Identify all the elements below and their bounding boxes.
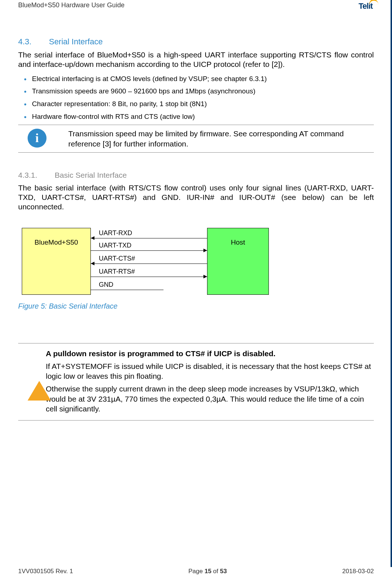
- doc-title: BlueMod+S50 Hardware User Guide: [18, 1, 125, 9]
- footer-date: 2018-03-02: [342, 568, 374, 575]
- figure-caption: Figure 5: Basic Serial Interface: [18, 302, 374, 310]
- info-note-text: Transmission speed may be limited by fir…: [68, 129, 372, 149]
- signal-line: [91, 264, 207, 264]
- page-footer: 1VV0301505 Rev. 1 Page 15 of 53 2018-03-…: [18, 568, 374, 575]
- serial-interface-diagram: BlueMod+S50 Host UART-RXD UART-TXD UART-…: [18, 223, 272, 299]
- subsection-number: 4.3.1.: [18, 171, 37, 180]
- subsection-heading: 4.3.1. Basic Serial Interface: [18, 171, 374, 180]
- warning-note: ! A pulldown resistor is programmed to C…: [18, 343, 374, 421]
- section-number: 4.3.: [18, 37, 32, 47]
- signal-line: [91, 290, 163, 290]
- warning-paragraph: If AT+SYSTEMOFF is issued while UICP is …: [46, 361, 372, 381]
- footer-page-number: Page 15 of 53: [189, 568, 227, 575]
- arrow-right-icon: [203, 275, 207, 278]
- subsection-title: Basic Serial Interface: [55, 171, 127, 180]
- arrow-left-icon: [91, 262, 94, 265]
- bullet-item: Hardware flow-control with RTS and CTS (…: [32, 112, 374, 121]
- signal-line: [91, 250, 207, 251]
- diagram-host-label: Host: [231, 238, 245, 246]
- diagram-module-label: BlueMod+S50: [35, 238, 78, 246]
- warning-heading: A pulldown resistor is programmed to CTS…: [46, 349, 372, 358]
- signal-label: GND: [99, 281, 113, 289]
- subsection-paragraph: The basic serial interface (with RTS/CTS…: [18, 183, 374, 212]
- signal-label: UART-TXD: [99, 242, 132, 249]
- info-icon: i: [28, 129, 47, 148]
- arrow-right-icon: [203, 249, 207, 252]
- section-heading: 4.3. Serial Interface: [18, 37, 374, 47]
- signal-line: [91, 238, 207, 239]
- warning-text: A pulldown resistor is programmed to CTS…: [46, 349, 372, 414]
- signal-label: UART-RTS#: [99, 268, 135, 276]
- info-note: i Transmission speed may be limited by f…: [18, 125, 374, 153]
- diagram-module-box: BlueMod+S50: [22, 228, 91, 295]
- bullet-item: Character representation: 8 Bit, no pari…: [32, 100, 374, 109]
- page-right-border: [391, 0, 392, 567]
- page: BlueMod+S50 Hardware User Guide Telit 4.…: [0, 0, 392, 583]
- intro-paragraph: The serial interface of BlueMod+S50 is a…: [18, 50, 374, 69]
- footer-doc-id: 1VV0301505 Rev. 1: [18, 568, 73, 575]
- logo-swoosh-icon: [368, 0, 379, 6]
- section-title: Serial Interface: [49, 37, 103, 47]
- signal-label: UART-CTS#: [99, 255, 135, 262]
- telit-logo: Telit: [359, 1, 380, 12]
- diagram-host-box: Host: [207, 228, 269, 295]
- warning-paragraph: Otherwise the supply current drawn in th…: [46, 384, 372, 414]
- arrow-left-icon: [91, 236, 94, 240]
- page-header: BlueMod+S50 Hardware User Guide Telit: [18, 0, 374, 12]
- signal-label: UART-RXD: [99, 229, 132, 237]
- bullet-list: Electrical interfacing is at CMOS levels…: [18, 75, 374, 121]
- bullet-item: Transmission speeds are 9600 – 921600 bp…: [32, 87, 374, 96]
- bullet-item: Electrical interfacing is at CMOS levels…: [32, 75, 374, 84]
- signal-line: [91, 277, 207, 277]
